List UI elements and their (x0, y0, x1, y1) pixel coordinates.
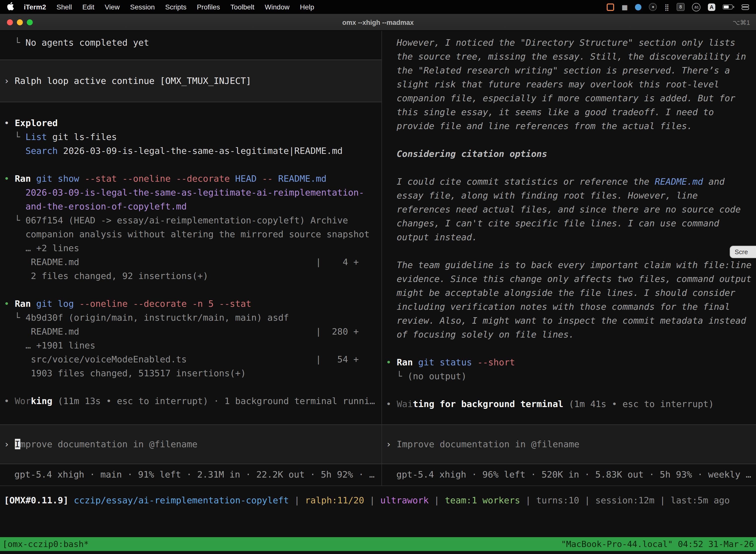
terminal-line: and-the-erosion-of-copyleft.md (4, 200, 379, 214)
screen: iTerm2 Shell Edit View Session Scripts P… (0, 0, 756, 554)
tmux-session-window: [omx-cczip0:bash* (2, 539, 89, 549)
dark-app-icon[interactable]: ✦ (649, 3, 657, 11)
minimize-button[interactable] (17, 19, 23, 25)
terminal-line: README.md | 280 + (4, 325, 379, 339)
window-title: omx --xhigh --madmax (0, 14, 756, 31)
terminal-line: • Explored (4, 116, 379, 130)
terminal-line: • Ran git log --oneline --decorate -n 5 … (4, 297, 379, 311)
right-prompt-input[interactable]: ›Improve documentation in @filename (382, 425, 756, 464)
right-pane-log: However, I noticed the "Directory Struct… (382, 31, 756, 411)
left-agent-pane[interactable]: └ No agents completed yet ›Ralph loop ac… (0, 31, 382, 486)
banner-prompt: › (4, 75, 9, 86)
ralph-loop-banner: ›Ralph loop active continue [OMX_TMUX_IN… (0, 60, 381, 102)
input-source-icon[interactable]: A (708, 3, 715, 11)
terminal-line: Search 2026-03-09-is-legal-the-same-as-l… (4, 144, 379, 158)
terminal-line: • Ran git show --stat --oneline --decora… (4, 172, 379, 186)
input-prompt-chevron: › (4, 439, 9, 449)
terminal-line: 2026-03-09-is-legal-the-same-as-legitima… (4, 186, 379, 200)
terminal-line (4, 158, 379, 172)
terminal-line: └ List git ls-files (4, 130, 379, 144)
input-prompt-chevron: › (386, 439, 391, 449)
terminal-line: 2 files changed, 92 insertions(+) (4, 269, 379, 283)
text-cursor: I (15, 439, 20, 449)
terminal-line (4, 283, 379, 297)
terminal-line: README.md | 4 + (4, 255, 379, 269)
screen-tooltip[interactable]: Scre (730, 246, 756, 258)
terminal-line: companion analysis without altering the … (4, 227, 379, 241)
terminal-line: 1903 files changed, 513517 insertions(+) (4, 366, 379, 380)
terminal-line: • Working (11m 13s • esc to interrupt) ·… (4, 394, 379, 408)
window-titlebar[interactable]: omx --xhigh --madmax ⌥⌘1 (0, 14, 756, 31)
terminal-line: └ 4b9d30f (origin/main, instructkr/main,… (4, 311, 379, 325)
input-ghost-text: mprove documentation in @filename (20, 439, 197, 449)
apple-menu[interactable] (7, 2, 14, 12)
left-pane-log: • Explored └ List git ls-files Search 20… (0, 102, 381, 408)
right-model-status: gpt-5.4 xhigh · 96% left · 520K in · 5.8… (396, 467, 751, 482)
left-model-status: gpt-5.4 xhigh · main · 91% left · 2.31M … (14, 467, 375, 482)
menu-window[interactable]: Window (265, 3, 290, 11)
terminal-line: I could cite commit statistics or refere… (397, 175, 751, 244)
terminal-line (386, 244, 754, 258)
grid-app-icon[interactable]: ▦ (622, 3, 628, 11)
apple-logo-icon (7, 2, 14, 12)
terminal-line: └ No agents completed yet (4, 36, 379, 50)
menu-help[interactable]: Help (300, 3, 314, 11)
menu-scripts[interactable]: Scripts (165, 3, 187, 11)
left-prompt-input[interactable]: ›Improve documentation in @filename (0, 425, 381, 464)
terminal-line: • Waiting for background terminal (1m 41… (386, 397, 754, 411)
input-ghost-text: Improve documentation in @filename (397, 439, 579, 449)
terminal-line (386, 161, 754, 175)
raycast-icon[interactable] (635, 4, 642, 10)
terminal-content: └ No agents completed yet ›Ralph loop ac… (0, 31, 756, 486)
menu-edit[interactable]: Edit (82, 3, 94, 11)
menu-session[interactable]: Session (130, 3, 155, 11)
terminal-line: … +1901 lines (4, 339, 379, 352)
zoom-button[interactable] (27, 19, 33, 25)
close-button[interactable] (7, 19, 13, 25)
terminal-line: However, I noticed the "Directory Struct… (397, 36, 751, 133)
banner-text: Ralph loop active continue [OMX_TMUX_INJ… (15, 75, 251, 86)
terminal-line: The team guideline is to back every impo… (397, 258, 751, 341)
window-shortcut-hint: ⌥⌘1 (733, 14, 750, 31)
tmux-status-bar: [omx-cczip0:bash* "MacBook-Pro-44.local"… (0, 537, 756, 551)
terminal-line (386, 341, 754, 355)
battery-percent-icon[interactable]: .61 (692, 3, 700, 11)
terminal-line (386, 133, 754, 147)
menubar-menus: iTerm2 Shell Edit View Session Scripts P… (24, 3, 314, 11)
left-pane-top-lines: └ No agents completed yet (0, 31, 381, 50)
terminal-line: Considering citation options (397, 147, 751, 161)
control-center-icon[interactable] (742, 4, 749, 10)
terminal-line: └ 067f154 (HEAD -> essay/ai-reimplementa… (4, 214, 379, 227)
terminal-line: src/voice/voiceModeEnabled.ts | 54 + (4, 352, 379, 366)
terminal-line: • Ran git status --short (386, 355, 754, 369)
omx-status-line: [OMX#0.11.9] cczip/essay/ai-reimplementa… (4, 493, 756, 507)
tmux-host-clock: "MacBook-Pro-44.local" 04:52 31-Mar-26 (561, 539, 754, 549)
keycap-app-icon[interactable]: 8 (677, 3, 685, 11)
terminal-line: └ (no output) (386, 369, 754, 383)
menu-iterm2[interactable]: iTerm2 (24, 3, 46, 11)
terminal-line (4, 380, 379, 394)
menu-toolbelt[interactable]: Toolbelt (231, 3, 254, 11)
menu-view[interactable]: View (105, 3, 120, 11)
right-agent-pane[interactable]: However, I noticed the "Directory Struct… (382, 31, 756, 486)
traffic-lights (7, 19, 33, 25)
terminal-line (4, 102, 379, 116)
screen-recording-indicator-icon[interactable] (607, 3, 614, 11)
macos-menubar: iTerm2 Shell Edit View Session Scripts P… (0, 0, 756, 14)
terminal-line: … +2 lines (4, 241, 379, 255)
omx-status-bar: [OMX#0.11.9] cczip/essay/ai-reimplementa… (0, 486, 756, 507)
dots-grid-icon[interactable]: ⣿ (665, 3, 669, 11)
menu-profiles[interactable]: Profiles (197, 3, 220, 11)
menu-shell[interactable]: Shell (57, 3, 72, 11)
terminal-line (386, 383, 754, 397)
terminal-line: [OMX#0.11.9] cczip/essay/ai-reimplementa… (4, 493, 756, 507)
menubar-status-icons: ▦ ✦ ⣿ 8 .61 A (607, 3, 749, 11)
battery-icon[interactable] (723, 4, 734, 9)
iterm2-window: omx --xhigh --madmax ⌥⌘1 └ No agents com… (0, 14, 756, 554)
